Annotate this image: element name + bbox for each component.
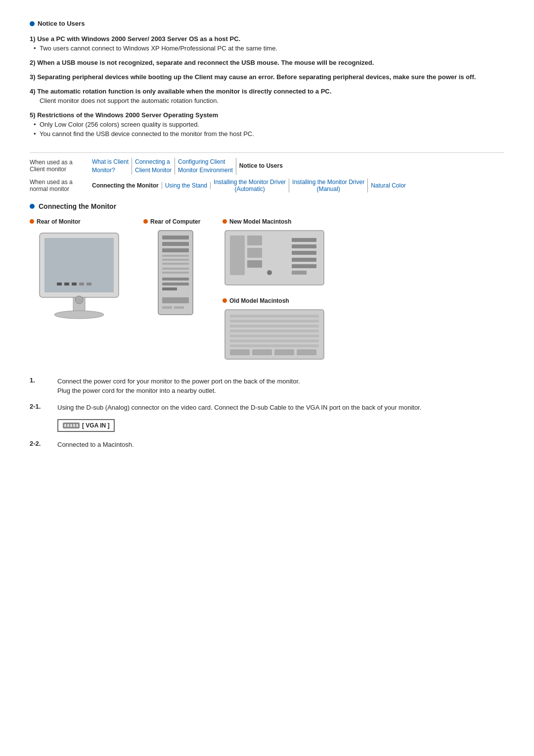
old-mac-label: Old Model Macintosh: [222, 297, 289, 304]
nav-item-installing-driver-auto[interactable]: Installing the Monitor Driver(Automatic): [211, 179, 289, 192]
client-nav-label: When used as aClient monitor: [30, 158, 89, 173]
svg-rect-4: [57, 283, 62, 285]
notice-item-1-bullet-1: Two users cannot connect to Windows XP H…: [30, 45, 504, 52]
notice-bullet-icon: [30, 21, 35, 26]
new-mac-label: New Model Macintosh: [222, 218, 291, 225]
svg-rect-40: [230, 325, 319, 328]
rear-computer-box: Rear of Computer: [143, 218, 208, 322]
step-2-2-text: Connected to a Macintosh.: [57, 440, 134, 450]
rear-computer-label: Rear of Computer: [143, 218, 200, 225]
notice-item-3-title: 3) Separating peripheral devices while b…: [30, 73, 504, 81]
notice-title-text: Notice to Users: [38, 20, 85, 27]
svg-rect-52: [70, 424, 72, 427]
svg-rect-39: [230, 320, 319, 323]
normal-nav-label: When used as anormal monitor: [30, 179, 89, 192]
svg-rect-24: [174, 306, 184, 309]
nav-item-installing-driver-manual[interactable]: Installing the Monitor Driver(Manual): [289, 179, 368, 192]
svg-rect-16: [162, 263, 189, 265]
notice-item-5-bullet-1: Only Low Color (256 colors) screen quali…: [30, 121, 504, 128]
old-mac-image: [222, 307, 326, 367]
svg-rect-35: [292, 271, 307, 275]
notice-section: Notice to Users 1) Use a PC with Windows…: [30, 20, 504, 138]
svg-rect-32: [292, 251, 316, 255]
svg-rect-31: [292, 244, 316, 248]
svg-rect-15: [162, 259, 189, 261]
old-mac-bullet-icon: [222, 298, 227, 303]
notice-item-2-title: 2) When a USB mouse is not recognized, s…: [30, 59, 504, 66]
svg-rect-43: [230, 339, 319, 342]
notice-item-5-bullet-2: You cannot find the USB device connected…: [30, 130, 504, 138]
step-2-2-num: 2-2.: [30, 440, 49, 447]
svg-rect-33: [292, 258, 316, 262]
old-mac-box: Old Model Macintosh: [222, 297, 326, 367]
navigation-section: When used as aClient monitor What is Cli…: [30, 152, 504, 192]
svg-rect-34: [292, 264, 316, 268]
notice-item-1-title: 1) Use a PC with Windows 2000 Server/ 20…: [30, 35, 504, 43]
normal-nav-items: Connecting the Monitor Using the Stand I…: [89, 179, 409, 192]
client-nav-row: When used as aClient monitor What is Cli…: [30, 158, 504, 175]
svg-rect-46: [252, 349, 272, 355]
svg-rect-30: [292, 238, 316, 242]
svg-rect-13: [162, 248, 189, 252]
nav-item-connecting-monitor[interactable]: Connecting the Monitor: [89, 182, 162, 189]
notice-title: Notice to Users: [30, 20, 504, 27]
nav-item-notice-users[interactable]: Notice to Users: [236, 162, 286, 170]
svg-rect-20: [162, 283, 189, 285]
svg-rect-54: [76, 424, 78, 427]
svg-rect-19: [162, 278, 189, 281]
step-1-num: 1.: [30, 377, 49, 384]
rear-monitor-label: Rear of Monitor: [30, 218, 81, 225]
section-header-title: Connecting the Monitor: [39, 202, 116, 210]
svg-point-36: [267, 270, 272, 275]
step-1: 1. Connect the power cord for your monit…: [30, 377, 504, 396]
macintosh-col: New Model Macintosh: [222, 218, 326, 367]
svg-rect-17: [162, 268, 189, 270]
vga-badge: [ VGA IN ]: [57, 419, 115, 432]
normal-nav-row: When used as anormal monitor Connecting …: [30, 179, 504, 192]
new-mac-bullet-icon: [222, 219, 227, 224]
svg-rect-42: [230, 334, 319, 337]
section-header: Connecting the Monitor: [30, 202, 504, 210]
step-1-text: Connect the power cord for your monitor …: [57, 377, 300, 396]
svg-rect-22: [162, 297, 189, 303]
svg-rect-27: [247, 236, 262, 245]
rear-computer-image: [143, 228, 208, 322]
rear-monitor-box: Rear of Monitor: [30, 218, 129, 332]
svg-rect-14: [162, 255, 189, 257]
svg-rect-45: [230, 349, 250, 355]
step-2-1-text: Using the D-sub (Analog) connector on th…: [57, 403, 421, 433]
nav-item-what-is-client[interactable]: What is ClientMonitor?: [89, 158, 132, 175]
new-mac-image: [222, 228, 326, 287]
svg-rect-23: [162, 306, 172, 309]
svg-rect-29: [247, 260, 262, 268]
svg-rect-48: [297, 349, 316, 355]
rear-monitor-bullet-icon: [30, 219, 34, 224]
nav-item-connecting-client[interactable]: Connecting aClient Monitor: [132, 158, 175, 175]
notice-item-4-title: 4) The automatic rotation function is on…: [30, 88, 504, 95]
images-row: Rear of Monitor: [30, 218, 504, 367]
svg-rect-26: [230, 236, 245, 275]
steps-section: 1. Connect the power cord for your monit…: [30, 377, 504, 450]
notice-item-5: 5) Restrictions of the Windows 2000 Serv…: [30, 111, 504, 138]
nav-item-using-stand[interactable]: Using the Stand: [162, 182, 211, 189]
svg-rect-44: [230, 344, 319, 347]
svg-rect-47: [274, 349, 294, 355]
step-2-1: 2-1. Using the D-sub (Analog) connector …: [30, 403, 504, 433]
notice-item-3: 3) Separating peripheral devices while b…: [30, 73, 504, 81]
svg-point-3: [54, 311, 104, 319]
notice-item-4: 4) The automatic rotation function is on…: [30, 88, 504, 104]
svg-rect-38: [230, 315, 319, 318]
vga-connector-icon: [62, 421, 80, 430]
notice-item-4-indent: Client monitor does not support the auto…: [30, 97, 504, 104]
nav-item-configuring-client[interactable]: Configuring ClientMonitor Environment: [175, 158, 236, 175]
new-mac-box: New Model Macintosh: [222, 218, 326, 287]
svg-rect-28: [247, 248, 262, 258]
svg-rect-8: [87, 283, 91, 285]
notice-item-1: 1) Use a PC with Windows 2000 Server/ 20…: [30, 35, 504, 52]
rear-monitor-image: [30, 228, 129, 332]
svg-rect-18: [162, 272, 189, 274]
step-2-1-num: 2-1.: [30, 403, 49, 410]
svg-rect-5: [64, 283, 69, 285]
nav-item-natural-color[interactable]: Natural Color: [368, 182, 409, 189]
client-nav-items: What is ClientMonitor? Connecting aClien…: [89, 158, 286, 175]
